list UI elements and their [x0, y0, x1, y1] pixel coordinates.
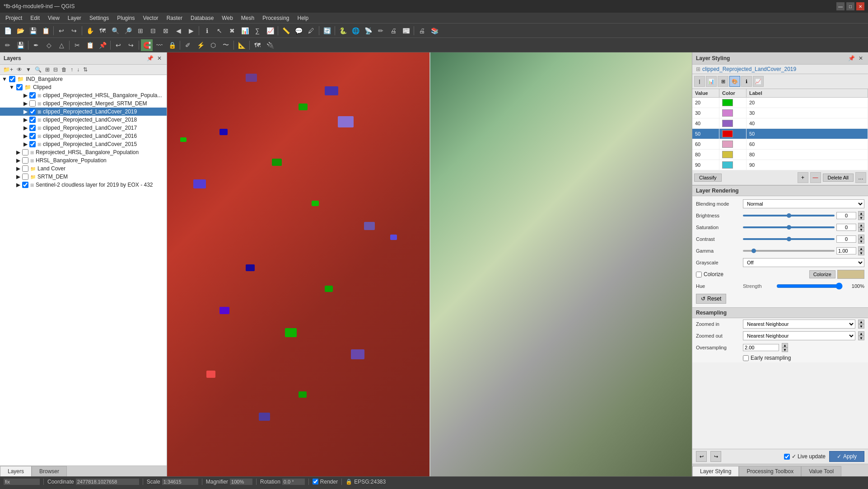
zoom-in-btn[interactable]: 🔍 [109, 25, 121, 37]
layer-check-hrsl-pop[interactable] [22, 157, 28, 164]
coordinate-input[interactable] [76, 479, 139, 485]
menu-database[interactable]: Database [187, 14, 217, 22]
menu-layer[interactable]: Layer [64, 14, 85, 22]
ct-row-50[interactable]: 50 50 [692, 129, 868, 139]
close-btn[interactable]: ✕ [856, 2, 864, 10]
web-btn[interactable]: 🌐 [350, 25, 361, 37]
node-btn[interactable]: ◇ [43, 39, 55, 51]
oversampling-up[interactable]: ▲ [782, 343, 788, 348]
digi2-btn[interactable]: ✐ [182, 39, 194, 51]
delete-all-btn[interactable]: Delete All [823, 174, 854, 182]
layer-vis-btn[interactable]: 👁 [15, 66, 23, 74]
pan-map-btn[interactable]: 🗺 [97, 25, 108, 37]
layer-sentinel[interactable]: ▶ ⊞ Sentinel-2 cloudless layer for 2019 … [0, 181, 167, 189]
saturation-slider[interactable] [743, 226, 835, 228]
layer-lc2017[interactable]: ▶ ⊞ clipped_Reprojected_LandCover_2017 [0, 124, 167, 132]
contrast-up[interactable]: ▲ [858, 235, 864, 239]
zoomed-in-select[interactable]: Nearest Neighbour Bilinear Cubic [743, 320, 855, 329]
zoom-next-btn[interactable]: ▶ [185, 25, 197, 37]
layer-landcover-grp[interactable]: ▶ 📁 Land Cover [0, 165, 167, 173]
menu-mesh[interactable]: Mesh [238, 14, 258, 22]
layer-check-lc2016[interactable] [29, 133, 36, 139]
map-tips-btn[interactable]: 💬 [293, 25, 304, 37]
browser-tab[interactable]: Browser [32, 466, 67, 476]
move-dn-btn[interactable]: ↓ [75, 66, 81, 74]
layer-reproj-hrsl[interactable]: ▶ ⊞ Reprojected_HRSL_Bangalore_Populatio… [0, 148, 167, 156]
style-color-btn[interactable]: 🎨 [729, 76, 740, 87]
curve-btn[interactable]: 〜 [220, 39, 232, 51]
style-chart-btn[interactable]: 📊 [706, 76, 717, 87]
layer-check-lc2019[interactable] [29, 108, 36, 115]
vertex-btn[interactable]: △ [56, 39, 67, 51]
menu-edit[interactable]: Edit [27, 14, 43, 22]
layer-check-ind[interactable] [9, 76, 15, 82]
minimize-btn[interactable]: — [836, 2, 845, 10]
classify-del-btn[interactable]: — [810, 172, 821, 183]
maximize-btn[interactable]: □ [846, 2, 854, 10]
layer-srtm-grp[interactable]: ▶ 📁 SRTM_DEM [0, 173, 167, 181]
georef-btn[interactable]: 🗺 [252, 39, 263, 51]
styling-close-btn[interactable]: ✕ [857, 54, 864, 62]
python-btn[interactable]: 🐍 [337, 25, 349, 37]
style-grid-btn[interactable]: ⊞ [718, 76, 728, 87]
digitize-btn[interactable]: ✏ [375, 25, 387, 37]
menu-web[interactable]: Web [218, 14, 236, 22]
brightness-slider[interactable] [743, 215, 835, 216]
colorize-btn[interactable]: Colorize [809, 270, 835, 278]
ct-color-30[interactable] [719, 108, 747, 118]
copy-btn[interactable]: 📋 [84, 39, 96, 51]
expand-btn[interactable]: ⊞ [44, 66, 51, 74]
menu-vector[interactable]: Vector [140, 14, 162, 22]
menu-project[interactable]: Project [2, 14, 26, 22]
ct-color-80[interactable] [719, 150, 747, 160]
open-project-btn[interactable]: 📂 [14, 25, 26, 37]
layer-check-lc2018[interactable] [29, 117, 36, 123]
style-hist-btn[interactable]: 📈 [753, 76, 764, 87]
contrast-input[interactable] [836, 235, 856, 243]
layer-check-reproj-hrsl[interactable] [22, 149, 28, 155]
tab-processing-toolbox[interactable]: Processing Toolbox [739, 466, 801, 476]
redo2-btn[interactable]: ↪ [125, 39, 137, 51]
remove-btn[interactable]: 🗑 [60, 66, 68, 74]
ct-color-20[interactable] [719, 98, 747, 108]
annot-btn[interactable]: 🖊 [305, 25, 317, 37]
gamma-slider[interactable] [743, 250, 835, 252]
ct-color-90[interactable] [719, 160, 747, 170]
grayscale-select[interactable]: Off By Lightness By Luminosity By Averag… [743, 258, 864, 267]
edit-mode-btn[interactable]: ✏ [2, 39, 14, 51]
layer-check-lc-grp[interactable] [22, 165, 28, 172]
map-area[interactable] [167, 52, 692, 476]
style-info-btn[interactable]: ℹ [741, 76, 752, 87]
ct-color-50[interactable] [719, 129, 747, 139]
layer-check-clipped[interactable] [16, 84, 23, 90]
ct-row-90[interactable]: 90 90 [692, 160, 868, 170]
fix-input[interactable] [4, 479, 40, 485]
stats-btn[interactable]: 📈 [264, 25, 276, 37]
layout-btn[interactable]: 🖨 [387, 25, 399, 37]
tab-value-tool[interactable]: Value Tool [801, 466, 841, 476]
zoom-layer-btn[interactable]: ⊟ [147, 25, 159, 37]
plug-btn[interactable]: 🔌 [264, 39, 276, 51]
zoom-full-btn[interactable]: ⊞ [135, 25, 146, 37]
ct-row-80[interactable]: 80 80 [692, 150, 868, 160]
refresh-btn[interactable]: 🔄 [321, 25, 333, 37]
menu-raster[interactable]: Raster [163, 14, 186, 22]
new-project-btn[interactable]: 📄 [2, 25, 14, 37]
layer-srtm[interactable]: ▶ ⊞ clipped_Reprojected_Merged_SRTM_DEM [0, 99, 167, 108]
oversampling-dn[interactable]: ▼ [782, 348, 788, 352]
saturation-up[interactable]: ▲ [858, 223, 864, 227]
early-resampling-checkbox[interactable] [743, 355, 749, 361]
colorize-checkbox[interactable] [696, 272, 702, 277]
zoom-selected-btn[interactable]: ⊠ [160, 25, 172, 37]
gamma-input[interactable] [836, 247, 856, 254]
layers-pin-btn[interactable]: 📌 [145, 54, 155, 62]
layer-check-hrsl[interactable] [29, 92, 36, 99]
layer-check-lc2017[interactable] [29, 125, 36, 131]
adv-btn[interactable]: ⚡ [195, 39, 206, 51]
saturation-dn[interactable]: ▼ [858, 227, 864, 232]
layer-hrsl[interactable]: ▶ ⊞ clipped_Reprojected_HRSL_Bangalore_P… [0, 91, 167, 99]
apply-btn[interactable]: ✓ Apply [829, 451, 864, 462]
atlas-btn[interactable]: 📚 [429, 25, 440, 37]
undo2-btn[interactable]: ↩ [112, 39, 124, 51]
layer-sort-btn[interactable]: ⇅ [82, 66, 89, 74]
